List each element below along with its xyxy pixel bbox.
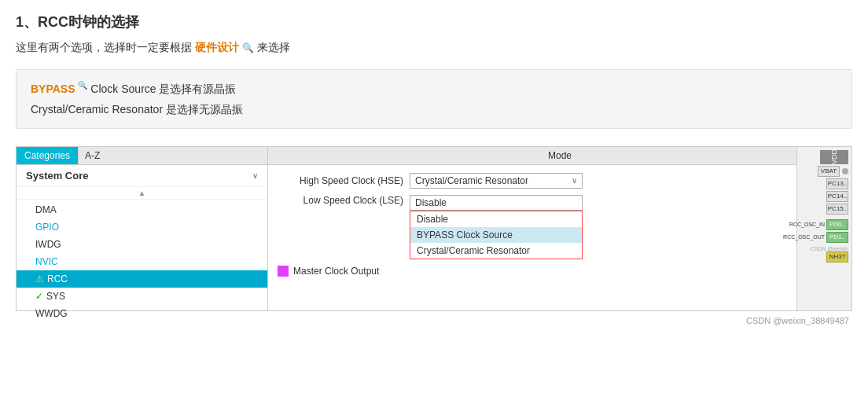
rcc-label: RCC xyxy=(47,273,68,284)
check-icon: ✓ xyxy=(35,291,43,302)
sidebar-item-nvic[interactable]: NVIC xyxy=(17,253,267,270)
pin-pc14-box: PC14.. xyxy=(826,191,848,202)
info-box: BYPASS 🔍 Clock Source 是选择有源晶振 Crystal/Ce… xyxy=(16,69,852,129)
description-prefix: 这里有两个选项，选择时一定要根据 xyxy=(16,41,195,53)
lse-select[interactable]: Disable xyxy=(410,195,583,211)
rcc-osc-out-row: RCC_OSC_OUT PD1.. xyxy=(783,232,848,243)
vdd-label: VDD xyxy=(830,149,838,164)
master-clock-row: Master Clock Output xyxy=(278,266,842,277)
hse-row: High Speed Clock (HSE) Crystal/Ceramic R… xyxy=(278,173,842,189)
rcc-osc-in-label: RCC_OSC_IN xyxy=(789,222,825,227)
bottom-pin-row: NH3? xyxy=(826,251,848,262)
pin-pc15-box: PC15.. xyxy=(826,204,848,215)
chip-watermark: CSDN @weixin xyxy=(811,246,848,251)
master-clock-label: Master Clock Output xyxy=(293,266,379,277)
search-icon: 🔍 xyxy=(242,42,254,53)
lse-row: Low Speed Clock (LSE) Disable Disable BY… xyxy=(278,195,842,259)
right-panel: Mode High Speed Clock (HSE) Crystal/Cera… xyxy=(268,147,851,310)
sidebar-item-dma[interactable]: DMA xyxy=(17,201,267,218)
rcc-osc-in-row: RCC_OSC_IN PD0.. xyxy=(789,219,848,230)
info-line1-suffix: Clock Source 是选择有源晶振 xyxy=(90,83,236,95)
mode-header: Mode xyxy=(268,147,851,165)
expand-arrow: ▲ xyxy=(17,187,267,200)
pin-pc13-box: PC13.. xyxy=(826,178,848,189)
description-suffix: 来选择 xyxy=(257,41,290,53)
lse-label: Low Speed Clock (LSE) xyxy=(278,195,403,206)
hardware-design-link[interactable]: 硬件设计 xyxy=(195,41,239,53)
lse-dropdown-wrapper: Disable Disable BYPASS Clock Source Crys… xyxy=(410,195,583,259)
mode-content: High Speed Clock (HSE) Crystal/Ceramic R… xyxy=(268,165,851,284)
pin-vbat-row: VBAT xyxy=(816,166,848,177)
tree-list: DMA GPIO IWDG NVIC ⚠ RCC ✓ SYS WWDG xyxy=(17,200,267,324)
hse-value: Crystal/Ceramic Resonator xyxy=(415,175,568,186)
pin-vbat-circle xyxy=(842,168,848,174)
info-line2: Crystal/Ceramic Resonator 是选择无源晶振 xyxy=(31,103,837,117)
lse-option-disable[interactable]: Disable xyxy=(410,211,582,227)
pin-pc15-row: PC15.. xyxy=(826,204,848,215)
hse-dropdown-arrow: ∨ xyxy=(572,176,577,185)
lse-current-value: Disable xyxy=(415,197,577,208)
page-title: 1、RCC时钟的选择 xyxy=(16,13,852,31)
system-core-row[interactable]: System Core ∨ xyxy=(17,165,267,187)
sys-label: SYS xyxy=(46,291,65,302)
sidebar-item-sys[interactable]: ✓ SYS xyxy=(17,288,267,305)
hse-select[interactable]: Crystal/Ceramic Resonator ∨ xyxy=(410,173,583,189)
sidebar-item-gpio[interactable]: GPIO xyxy=(17,218,267,236)
tab-az[interactable]: A-Z xyxy=(79,147,106,164)
rcc-osc-out-pin: PD1.. xyxy=(826,232,848,243)
description: 这里有两个选项，选择时一定要根据 硬件设计 🔍 来选择 xyxy=(16,41,852,55)
bypass-text: BYPASS xyxy=(31,83,75,95)
system-core-label: System Core xyxy=(26,170,88,182)
lse-option-crystal[interactable]: Crystal/Ceramic Resonator xyxy=(410,243,582,259)
sidebar-item-rcc[interactable]: ⚠ RCC xyxy=(17,270,267,288)
bypass-search-icon: 🔍 xyxy=(78,81,87,90)
categories-bar: Categories A-Z xyxy=(17,147,267,165)
vdd-bar: VDD xyxy=(820,150,848,164)
rcc-osc-in-pin: PD0.. xyxy=(826,219,848,230)
tab-categories[interactable]: Categories xyxy=(17,147,79,164)
pin-pc13-row: PC13.. xyxy=(826,178,848,189)
chevron-down-icon: ∨ xyxy=(252,171,258,180)
pin-pc14-row: PC14.. xyxy=(826,191,848,202)
left-panel: Categories A-Z System Core ∨ ▲ DMA GPIO … xyxy=(17,147,268,310)
rcc-osc-out-label: RCC_OSC_OUT xyxy=(783,234,825,240)
lse-option-bypass[interactable]: BYPASS Clock Source xyxy=(410,227,582,243)
master-clock-checkbox[interactable] xyxy=(278,266,289,277)
warning-icon: ⚠ xyxy=(35,273,44,284)
pin-vbat-box: VBAT xyxy=(818,166,840,177)
lse-dropdown: Disable BYPASS Clock Source Crystal/Cera… xyxy=(410,211,583,259)
bottom-pin-box: NH3? xyxy=(826,251,848,262)
sidebar-item-iwdg[interactable]: IWDG xyxy=(17,236,267,253)
hse-label: High Speed Clock (HSE) xyxy=(278,175,403,186)
ide-section: Categories A-Z System Core ∨ ▲ DMA GPIO … xyxy=(16,146,852,311)
page-wrapper: 1、RCC时钟的选择 这里有两个选项，选择时一定要根据 硬件设计 🔍 来选择 B… xyxy=(0,0,868,333)
info-line1: BYPASS 🔍 Clock Source 是选择有源晶振 xyxy=(31,81,837,97)
sidebar-item-wwdg[interactable]: WWDG xyxy=(17,305,267,322)
chip-panel: VDD VBAT PC13.. PC14.. PC15.. xyxy=(796,147,851,310)
